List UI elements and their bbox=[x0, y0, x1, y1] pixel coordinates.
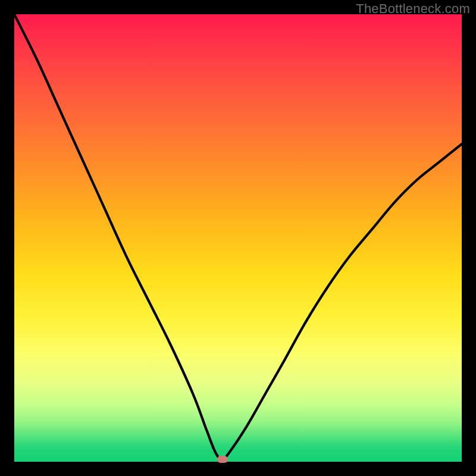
bottleneck-curve bbox=[14, 14, 462, 462]
chart-frame bbox=[14, 14, 462, 462]
minimum-marker bbox=[217, 456, 228, 463]
watermark-text: TheBottleneck.com bbox=[356, 1, 470, 17]
